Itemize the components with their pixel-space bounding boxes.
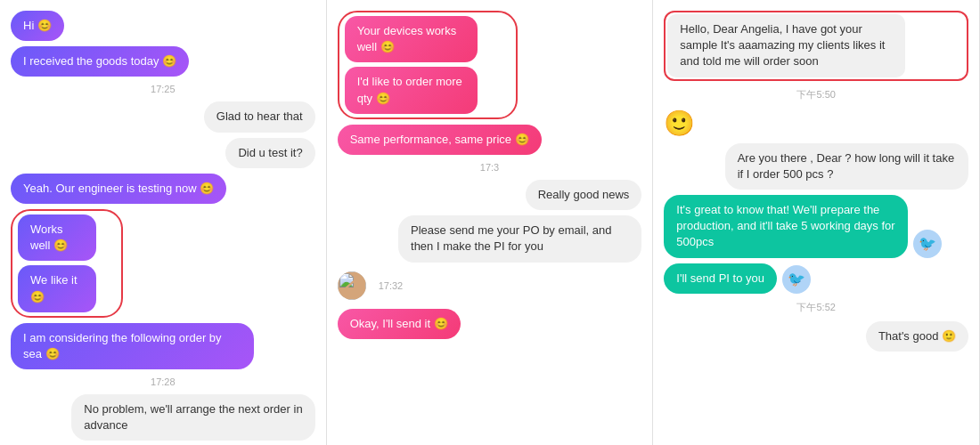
- grouped-bubble-works: Works well 😊 We like it 😊: [11, 209, 123, 318]
- bubble-welike: We like it 😊: [18, 265, 96, 312]
- bubble-noproblem: No problem, we'll arrange the next order…: [71, 394, 314, 441]
- avatar-timestamp-row: 17:32: [338, 271, 642, 300]
- avatar: [338, 271, 366, 300]
- msg-row: I'll send PI to you 🐦: [664, 263, 968, 294]
- msg-row: Same performance, same price 😊: [338, 125, 642, 155]
- msg-row: Did u test it?: [11, 138, 315, 168]
- big-emoji: 🙂: [664, 109, 695, 138]
- msg-row: No problem, we'll arrange the next order…: [11, 394, 315, 441]
- bubble-considering: I am considering the following order by …: [11, 323, 254, 369]
- msg-row-grouped-left: Works well 😊 We like it 😊: [11, 209, 315, 318]
- msg-row: Are you there , Dear ? how long will it …: [664, 143, 968, 190]
- msg-row: Hello, Dear Angelia, I have got your sam…: [664, 11, 968, 81]
- bubble-glad: Glad to hear that: [204, 101, 315, 132]
- msg-row: That's good 🙂: [664, 321, 968, 352]
- timestamp: 17:28: [11, 376, 315, 387]
- msg-row: I received the goods today 😊: [11, 46, 315, 77]
- msg-row: Glad to hear that: [11, 101, 315, 132]
- bubble-hi: Hi 😊: [11, 11, 64, 41]
- bubble-works: Works well 😊: [18, 214, 96, 261]
- msg-row-pink-group: Your devices works well 😊 I'd like to or…: [338, 11, 642, 119]
- timestamp: 17:25: [11, 84, 315, 94]
- chat-panel-mid: Your devices works well 😊 I'd like to or…: [327, 0, 654, 445]
- msg-row: Okay, I'll send it 😊: [338, 309, 642, 339]
- bubble-hello: Hello, Dear Angelia, I have got your sam…: [667, 14, 905, 77]
- bubble-great: It's great to know that! We'll prepare t…: [664, 195, 907, 258]
- bubble-order-more: I'd like to order more qty 😊: [345, 67, 478, 113]
- bubble-areyou: Are you there , Dear ? how long will it …: [725, 143, 968, 190]
- msg-row: Really good news: [338, 180, 642, 210]
- msg-row: Please send me your PO by email, and the…: [338, 215, 642, 262]
- msg-row: Hi 😊: [11, 11, 315, 41]
- avatar-teal2: 🐦: [782, 265, 811, 294]
- bubble-reallygood: Really good news: [526, 180, 642, 210]
- bubble-test: Did u test it?: [225, 138, 314, 168]
- msg-row: I am considering the following order by …: [11, 323, 315, 369]
- bubble-okay: Okay, I'll send it 😊: [338, 309, 461, 339]
- bubble-thatsgood: That's good 🙂: [866, 321, 968, 352]
- chat-panel-left: Hi 😊 I received the goods today 😊 17:25 …: [0, 0, 327, 445]
- bordered-bubble-hello: Hello, Dear Angelia, I have got your sam…: [664, 11, 968, 81]
- bubble-engineer: Yeah. Our engineer is testing now 😊: [11, 174, 226, 204]
- timestamp: 下午5:50: [664, 88, 968, 101]
- timestamp: 17:3: [338, 162, 642, 173]
- bubble-pi: I'll send PI to you: [664, 263, 777, 294]
- bubble-devices: Your devices works well 😊: [345, 16, 478, 62]
- timestamp: 下午5:52: [664, 301, 968, 314]
- timestamp-mid: 17:32: [379, 280, 404, 291]
- msg-row-emoji: 🙂: [664, 109, 968, 138]
- avatar-teal: 🐦: [913, 230, 942, 258]
- chat-panel-right: Hello, Dear Angelia, I have got your sam…: [653, 0, 980, 445]
- bubble-pleasesend: Please send me your PO by email, and the…: [398, 215, 641, 262]
- bubble-received: I received the goods today 😊: [11, 46, 189, 77]
- bubble-same: Same performance, same price 😊: [338, 125, 542, 155]
- msg-row: Yeah. Our engineer is testing now 😊: [11, 174, 315, 204]
- msg-row: It's great to know that! We'll prepare t…: [664, 195, 968, 258]
- grouped-bubble-devices: Your devices works well 😊 I'd like to or…: [338, 11, 519, 119]
